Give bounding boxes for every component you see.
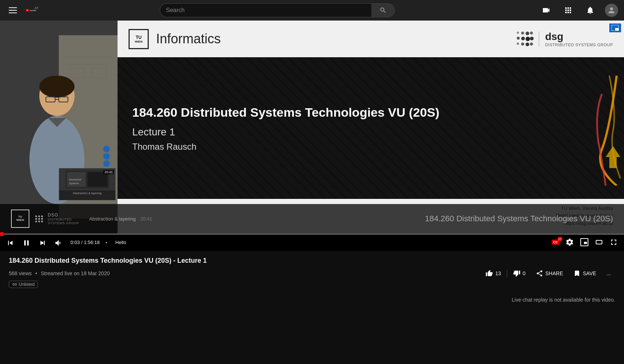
progress-dot (0, 232, 4, 236)
watermark-title: 184.260 Distributed Systems Technologies… (425, 214, 613, 223)
watermark-dsg-sub: DISTRIBUTEDSYSTEMS GROUP (48, 218, 79, 225)
svg-point-10 (103, 153, 110, 160)
search-container (149, 3, 406, 17)
slide-course-title: 184.260 Distributed Systems Technologies… (132, 104, 609, 120)
thumbs-up-icon (486, 270, 493, 277)
watermark-dsg-text: DSG (48, 212, 79, 218)
theater-button[interactable] (593, 236, 605, 248)
progress-bar[interactable] (0, 233, 624, 235)
user-avatar[interactable] (605, 4, 618, 17)
pip-button[interactable] (609, 23, 621, 32)
sub-count-badge: 17 (558, 237, 562, 241)
svg-point-9 (103, 146, 110, 152)
miniplayer-icon (580, 238, 589, 247)
like-count: 13 (495, 270, 501, 276)
captions-button[interactable]: CC 17 (550, 238, 561, 246)
main-content: Distributed Systems 20:41 Abstraction & … (0, 21, 624, 364)
watermark-time: 20:41 (140, 216, 152, 222)
header-left: YouTube AT (6, 4, 79, 16)
video-camera-button[interactable] (539, 3, 553, 18)
more-label: ... (606, 270, 611, 276)
next-button[interactable] (37, 237, 48, 249)
svg-text:Systems: Systems (69, 182, 79, 185)
settings-button[interactable] (564, 236, 576, 248)
dsg-divider (539, 32, 539, 46)
country-code: AT (35, 6, 39, 10)
save-button[interactable]: SAVE (569, 267, 600, 279)
chapter-separator: • (106, 240, 108, 245)
video-title: 184.260 Distributed Systems Technologies… (9, 257, 207, 265)
play-button[interactable] (21, 237, 32, 249)
theater-icon (595, 238, 603, 247)
save-label: SAVE (583, 270, 596, 276)
person-icon (607, 6, 616, 15)
watermark-chapter-label: Abstraction & layering (89, 216, 136, 222)
video-info: 184.260 Distributed Systems Technologies… (0, 251, 624, 291)
svg-rect-29 (615, 28, 618, 30)
thumbs-down-icon (513, 270, 520, 277)
unlisted-row: Unlisted (9, 281, 615, 288)
dsg-dots (517, 32, 533, 46)
save-icon (573, 270, 581, 277)
tu-small-logo: TUWIEN (11, 210, 29, 228)
camera-icon (542, 6, 551, 15)
search-button[interactable] (371, 3, 395, 17)
tu-logo-box: TU WIEN (129, 29, 149, 49)
pause-icon (22, 239, 31, 247)
site-header: YouTube AT (0, 0, 624, 21)
volume-icon (54, 239, 63, 247)
watermark-chapter-area: Abstraction & layering 20:41 (89, 215, 152, 222)
like-button[interactable]: 13 (481, 267, 505, 279)
svg-point-15 (39, 76, 75, 98)
share-button[interactable]: SHARE (531, 267, 567, 279)
more-button[interactable]: ... (602, 268, 615, 279)
video-controls: 0:03 / 1:56:18 • Hello CC 17 (0, 233, 624, 251)
slide-header: TU WIEN Informatics (118, 21, 624, 57)
slide-area: TU WIEN Informatics (118, 21, 624, 233)
dislike-button[interactable]: 0 (509, 267, 530, 279)
video-player[interactable]: Distributed Systems 20:41 Abstraction & … (0, 21, 624, 233)
dsg-logo-area: dsg DISTRIBUTED SYSTEMS GROUP (517, 31, 613, 47)
svg-text:Distributed: Distributed (69, 178, 82, 181)
dsg-small-logo: DSG DISTRIBUTEDSYSTEMS GROUP (35, 212, 79, 225)
video-player-wrapper: Distributed Systems 20:41 Abstraction & … (0, 21, 624, 251)
meta-left: 568 views • Streamed live on 18 Mar 2020 (9, 270, 110, 276)
pip-icon (612, 25, 619, 31)
miniplayer-button[interactable] (578, 236, 590, 248)
skip-next-icon (38, 239, 47, 247)
notifications-button[interactable] (583, 3, 598, 18)
youtube-logo[interactable]: YouTube AT (26, 7, 39, 14)
apps-button[interactable] (561, 3, 576, 18)
fullscreen-button[interactable] (608, 236, 620, 248)
speaker-area (0, 21, 118, 233)
controls-right: CC 17 (550, 236, 620, 248)
search-icon (379, 7, 387, 14)
slide-presenter: Thomas Rausch (132, 142, 609, 152)
prev-button[interactable] (4, 237, 16, 249)
thumbnail-chapter: Abstraction & layering (59, 192, 115, 195)
action-buttons: 13 0 SHARE (481, 267, 615, 279)
thumbnail-time: 20:41 (103, 170, 114, 174)
live-chat-notice: Live chat replay is not available for th… (0, 291, 624, 309)
share-label: SHARE (545, 270, 563, 276)
hamburger-menu-button[interactable] (6, 4, 20, 16)
slide-body: 184.260 Distributed Systems Technologies… (118, 57, 624, 199)
video-meta: 568 views • Streamed live on 18 Mar 2020… (9, 267, 615, 279)
gear-icon (565, 238, 574, 247)
search-bar (160, 3, 395, 17)
svg-rect-24 (87, 172, 108, 187)
meta-separator: • (35, 270, 37, 276)
speaker-webcam: Distributed Systems 20:41 Abstraction & … (0, 21, 118, 233)
informatics-label: Informatics (156, 31, 221, 47)
svg-point-11 (103, 160, 110, 167)
fullscreen-icon (609, 238, 618, 247)
skip-prev-icon (6, 239, 15, 247)
stream-date: Streamed live on 18 Mar 2020 (41, 270, 110, 276)
thumbnail-svg: Distributed Systems (65, 170, 109, 189)
dsg-small-dots (35, 215, 43, 222)
unlisted-badge: Unlisted (9, 281, 38, 288)
apps-icon (564, 6, 573, 15)
vote-bar: 13 0 (481, 267, 530, 279)
volume-button[interactable] (53, 237, 65, 249)
search-input[interactable] (160, 3, 371, 17)
